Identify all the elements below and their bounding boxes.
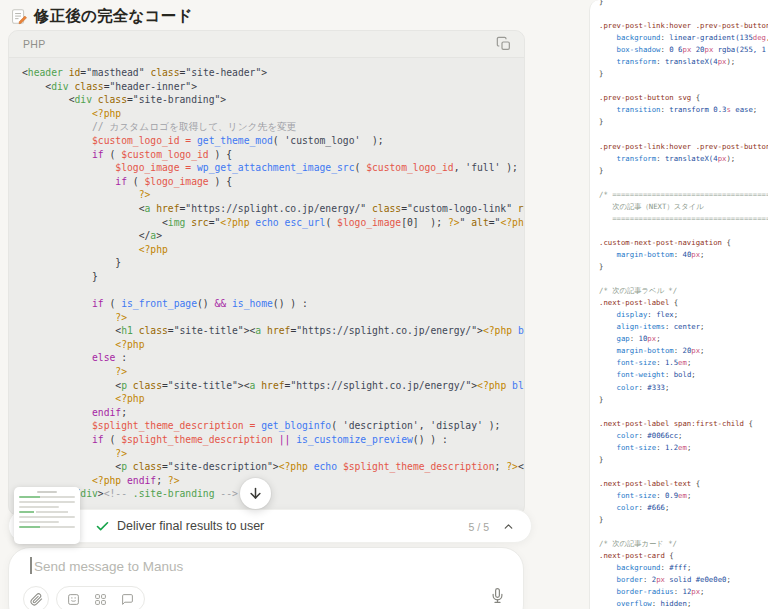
code-line: if ( $custom_logo_id ) {: [22, 148, 524, 162]
code-line: transform: translateX(4px);: [599, 56, 768, 68]
code-line: gap: 10px;: [599, 333, 768, 345]
code-line: <h1 class="site-title"><a href="https://…: [22, 324, 524, 338]
code-line: color: #0066cc;: [599, 430, 768, 442]
code-line: margin-bottom: 20px;: [599, 345, 768, 357]
css-code: } .prev-post-link:hover .prev-post-butto…: [590, 0, 768, 609]
code-line: .custom-next-post-navigation {: [599, 237, 768, 249]
code-line: if ( is_front_page() && is_home() ) :: [22, 297, 524, 311]
thumbnail-line: [19, 521, 59, 523]
code-line: <img src="<?php echo esc_url( $logo_imag…: [22, 216, 524, 230]
code-line: border: 2px solid #e0e0e0;: [599, 574, 768, 586]
code-line: .next-post-label span:first-child {: [599, 418, 768, 430]
code-line: background: linear-gradient(135deg,: [599, 32, 768, 44]
code-line: .next-post-label-text {: [599, 478, 768, 490]
code-line: font-size: 0.9em;: [599, 490, 768, 502]
code-line: display: flex;: [599, 309, 768, 321]
code-line: if ( $splight_theme_description || is_cu…: [22, 433, 524, 447]
code-line: [599, 129, 768, 141]
code-line: transition: transform 0.3s ease;: [599, 104, 768, 116]
code-line: /* 次の記事カード */: [599, 538, 768, 550]
code-line: <?php: [22, 338, 524, 352]
task-status-bar[interactable]: Deliver final results to user 5 / 5: [8, 509, 532, 543]
code-line: ?>: [22, 311, 524, 325]
code-line: <div class="header-inner">: [22, 80, 524, 94]
code-line: [599, 406, 768, 418]
code-line: background: #fff;: [599, 562, 768, 574]
code-line: .prev-post-link:hover .prev-post-button …: [599, 141, 768, 153]
code-line: color: #333;: [599, 382, 768, 394]
screenshot-thumbnail[interactable]: [14, 487, 80, 544]
code-line: [599, 526, 768, 538]
file-viewer-pane[interactable]: } .prev-post-link:hover .prev-post-butto…: [589, 0, 768, 609]
code-line: /* 次の記事ラベル */: [599, 285, 768, 297]
thumbnail-line: [19, 496, 75, 498]
chat-bubble-icon: [121, 593, 134, 606]
code-line: margin-bottom: 40px;: [599, 249, 768, 261]
code-line: font-weight: bold;: [599, 369, 768, 381]
code-line: }: [22, 256, 524, 270]
message-input[interactable]: Send message to Manus: [34, 559, 183, 574]
code-line: [599, 225, 768, 237]
chevron-up-icon[interactable]: [502, 520, 515, 533]
code-line: ?>: [22, 188, 524, 202]
code-line: .prev-post-button svg {: [599, 92, 768, 104]
code-line: <p class="site-title"><a href="https://s…: [22, 379, 524, 393]
code-line: }: [599, 394, 768, 406]
code-block-card: PHP <header id="masthead" class="site-he…: [8, 30, 525, 516]
code-line: <?php: [22, 243, 524, 257]
memo-icon: [10, 8, 27, 25]
code-line: }: [599, 261, 768, 273]
thumbnail-line: [19, 516, 75, 518]
code-line: /* =====================================: [599, 189, 768, 201]
microphone-icon[interactable]: [490, 588, 505, 603]
text-caret: [30, 557, 32, 574]
code-line: ?>: [22, 447, 524, 461]
code-line: <div class="site-branding">: [22, 93, 524, 107]
code-line: <?php: [22, 107, 524, 121]
code-line: 次の記事（NEXT）スタイル: [599, 201, 768, 213]
feedback-button[interactable]: [121, 593, 134, 606]
message-composer[interactable]: Send message to Manus: [8, 547, 524, 609]
code-line: }: [599, 514, 768, 526]
code-line: }: [599, 0, 768, 8]
arrow-down-icon: [248, 486, 263, 501]
code-line: .next-post-label {: [599, 297, 768, 309]
task-status-text: Deliver final results to user: [117, 519, 264, 533]
code-line: .prev-post-link:hover .prev-post-button …: [599, 20, 768, 32]
code-line: [599, 80, 768, 92]
copy-code-icon[interactable]: [496, 36, 512, 52]
scroll-to-bottom-button[interactable]: [240, 478, 271, 509]
code-line: box-shadow: 0 6px 20px rgba(255, 1: [599, 44, 768, 56]
code-line: }: [599, 116, 768, 128]
code-line: // カスタムロゴを取得して、リンク先を変更: [22, 120, 524, 134]
media-button[interactable]: [67, 593, 80, 606]
apps-button[interactable]: [94, 593, 107, 606]
php-code[interactable]: <header id="masthead" class="site-header…: [9, 58, 524, 501]
paperclip-icon: [30, 593, 43, 606]
code-line: overflow: hidden;: [599, 598, 768, 609]
code-block-header: PHP: [9, 31, 524, 58]
thumbnail-line: [19, 506, 59, 508]
code-line: if ( $logo_image ) {: [22, 175, 524, 189]
code-line: font-size: 1.2em;: [599, 442, 768, 454]
code-line: [599, 273, 768, 285]
page-title: 修正後の完全なコード: [34, 6, 192, 27]
code-line: <?php endif; ?>: [22, 474, 524, 488]
apps-grid-icon: [94, 593, 107, 606]
code-line: [599, 466, 768, 478]
check-icon: [95, 519, 110, 534]
code-line: transform: translateX(4px);: [599, 153, 768, 165]
thumbnail-line: [19, 511, 75, 513]
code-line: endif;: [22, 406, 524, 420]
code-line: font-size: 1.5em;: [599, 357, 768, 369]
code-line: $splight_theme_description = get_bloginf…: [22, 419, 524, 433]
thumbnail-line: [19, 501, 75, 503]
attach-button[interactable]: [23, 586, 49, 609]
composer-toolbar: [23, 586, 145, 609]
code-line: <a href="https://splight.co.jp/energy/" …: [22, 202, 524, 216]
code-line: }: [599, 454, 768, 466]
code-line: [599, 177, 768, 189]
code-line: <header id="masthead" class="site-header…: [22, 66, 524, 80]
code-line: color: #666;: [599, 502, 768, 514]
code-line: </a>: [22, 229, 524, 243]
